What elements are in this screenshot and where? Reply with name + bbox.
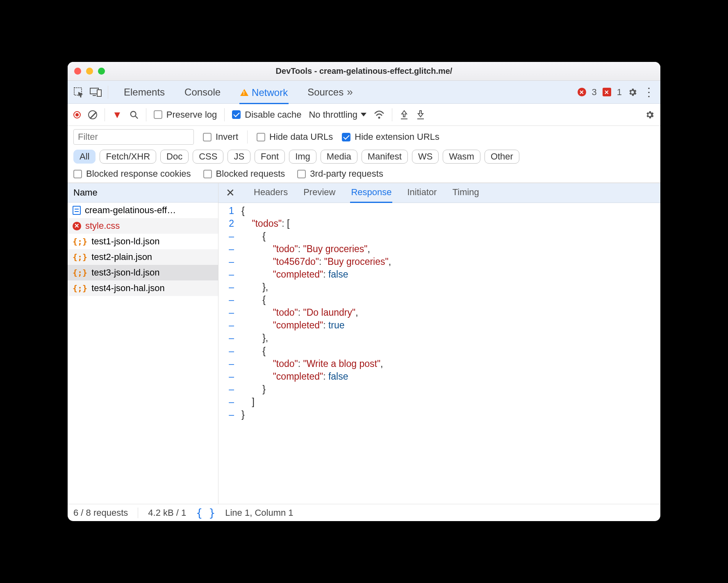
line-number[interactable]: – bbox=[218, 306, 241, 319]
code-content: "completed": true bbox=[241, 319, 345, 332]
filter-pill-img[interactable]: Img bbox=[289, 150, 316, 164]
checkbox-icon bbox=[154, 110, 162, 119]
code-content: "todo": "Do laundry", bbox=[241, 306, 358, 319]
download-icon[interactable] bbox=[416, 110, 425, 120]
request-row[interactable]: ✕style.css bbox=[68, 218, 218, 234]
hide-ext-label: Hide extension URLs bbox=[355, 132, 439, 142]
filter-pill-ws[interactable]: WS bbox=[412, 150, 439, 164]
code-content: { bbox=[241, 345, 266, 358]
line-number[interactable]: – bbox=[218, 255, 241, 268]
throttling-select[interactable]: No throttling bbox=[309, 109, 366, 120]
column-header-name[interactable]: Name bbox=[68, 183, 218, 203]
filter-pill-manifest[interactable]: Manifest bbox=[362, 150, 408, 164]
more-tabs-icon[interactable]: » bbox=[347, 86, 350, 98]
response-source[interactable]: 1{2 "todos": [– {– "todo": "Buy grocerie… bbox=[218, 203, 660, 504]
filter-pill-font[interactable]: Font bbox=[255, 150, 285, 164]
minimize-icon[interactable] bbox=[86, 68, 93, 75]
device-toggle-icon[interactable] bbox=[90, 88, 102, 97]
line-number[interactable]: – bbox=[218, 332, 241, 344]
line-number[interactable]: – bbox=[218, 243, 241, 255]
line-number[interactable]: – bbox=[218, 396, 241, 408]
code-content: } bbox=[241, 383, 266, 396]
filter-pill-other[interactable]: Other bbox=[485, 150, 519, 164]
filter-pill-wasm[interactable]: Wasm bbox=[443, 150, 480, 164]
tab-console[interactable]: Console bbox=[184, 87, 221, 98]
detail-tab-initiator[interactable]: Initiator bbox=[406, 183, 437, 203]
code-content: "completed": false bbox=[241, 268, 348, 281]
error-count: 3 bbox=[592, 87, 597, 98]
hide-extension-urls-checkbox[interactable]: Hide extension URLs bbox=[342, 132, 439, 142]
tab-sources[interactable]: Sources bbox=[307, 87, 344, 98]
code-content: { bbox=[241, 205, 245, 217]
request-row[interactable]: cream-gelatinous-eff… bbox=[68, 203, 218, 218]
hide-data-urls-checkbox[interactable]: Hide data URLs bbox=[257, 132, 333, 142]
line-number[interactable]: – bbox=[218, 345, 241, 358]
filter-pill-doc[interactable]: Doc bbox=[160, 150, 189, 164]
filter-pill-fetch-xhr[interactable]: Fetch/XHR bbox=[100, 150, 156, 164]
line-number[interactable]: – bbox=[218, 268, 241, 281]
line-number[interactable]: – bbox=[218, 383, 241, 396]
filter-pill-media[interactable]: Media bbox=[321, 150, 357, 164]
checkbox-icon bbox=[73, 170, 82, 178]
line-number[interactable]: – bbox=[218, 358, 241, 370]
detail-tab-response[interactable]: Response bbox=[350, 183, 392, 203]
line-number[interactable]: – bbox=[218, 294, 241, 306]
pretty-print-icon[interactable]: { } bbox=[196, 507, 215, 519]
inspect-icon[interactable] bbox=[73, 87, 84, 98]
kebab-menu-icon[interactable]: ⋮ bbox=[643, 85, 655, 99]
detail-tab-timing[interactable]: Timing bbox=[452, 183, 480, 203]
throttling-value: No throttling bbox=[309, 109, 357, 120]
request-row[interactable]: {;}test3-json-ld.json bbox=[68, 265, 218, 280]
line-number[interactable]: 1 bbox=[218, 205, 241, 217]
preserve-log-checkbox[interactable]: Preserve log bbox=[154, 109, 217, 120]
search-icon[interactable] bbox=[130, 110, 139, 119]
code-content: "to4567do": "Buy groceries", bbox=[241, 255, 391, 268]
issue-badge-icon[interactable]: ✕ bbox=[603, 88, 611, 96]
split-pane: Name cream-gelatinous-eff…✕style.css{;}t… bbox=[68, 183, 660, 504]
code-content: { bbox=[241, 230, 266, 243]
clear-icon[interactable] bbox=[88, 110, 97, 119]
request-row[interactable]: {;}test2-plain.json bbox=[68, 249, 218, 265]
blocked-requests-checkbox[interactable]: Blocked requests bbox=[203, 169, 285, 179]
filter-pill-all[interactable]: All bbox=[73, 150, 96, 164]
code-content: "todo": "Write a blog post", bbox=[241, 358, 383, 370]
issue-count: 1 bbox=[617, 87, 622, 98]
network-settings-icon[interactable] bbox=[645, 110, 655, 120]
upload-icon[interactable] bbox=[400, 110, 409, 120]
request-name: cream-gelatinous-eff… bbox=[85, 205, 176, 216]
warning-icon bbox=[240, 89, 248, 96]
tab-network[interactable]: Network bbox=[239, 87, 289, 104]
network-conditions-icon[interactable] bbox=[374, 110, 384, 119]
disable-cache-checkbox[interactable]: Disable cache bbox=[232, 109, 301, 120]
close-icon[interactable] bbox=[74, 68, 81, 75]
request-row[interactable]: {;}test4-json-hal.json bbox=[68, 280, 218, 296]
line-number[interactable]: – bbox=[218, 370, 241, 383]
line-number[interactable]: – bbox=[218, 230, 241, 243]
request-row[interactable]: {;}test1-json-ld.json bbox=[68, 234, 218, 249]
record-button[interactable] bbox=[73, 111, 81, 118]
third-party-checkbox[interactable]: 3rd-party requests bbox=[297, 169, 383, 179]
filter-icon[interactable]: ▼ bbox=[112, 109, 122, 121]
blocked-cookies-checkbox[interactable]: Blocked response cookies bbox=[73, 169, 191, 179]
line-number[interactable]: 2 bbox=[218, 217, 241, 230]
separator bbox=[105, 108, 105, 121]
error-badge-icon[interactable]: ✕ bbox=[578, 88, 586, 96]
line-number[interactable]: – bbox=[218, 408, 241, 421]
tab-elements[interactable]: Elements bbox=[123, 87, 166, 98]
detail-tab-preview[interactable]: Preview bbox=[303, 183, 336, 203]
checkbox-icon bbox=[203, 133, 212, 141]
line-number[interactable]: – bbox=[218, 281, 241, 294]
code-content: "todo": "Buy groceries", bbox=[241, 243, 370, 255]
filter-input[interactable] bbox=[73, 129, 194, 145]
filter-pill-js[interactable]: JS bbox=[228, 150, 250, 164]
close-detail-icon[interactable]: ✕ bbox=[226, 187, 239, 199]
line-number[interactable]: – bbox=[218, 319, 241, 332]
traffic-lights bbox=[74, 68, 105, 75]
detail-tab-headers[interactable]: Headers bbox=[253, 183, 289, 203]
error-icon: ✕ bbox=[73, 222, 81, 230]
gear-icon[interactable] bbox=[628, 87, 637, 97]
filter-pill-css[interactable]: CSS bbox=[193, 150, 223, 164]
tab-label: Network bbox=[252, 87, 288, 98]
zoom-icon[interactable] bbox=[98, 68, 105, 75]
invert-checkbox[interactable]: Invert bbox=[203, 132, 238, 142]
